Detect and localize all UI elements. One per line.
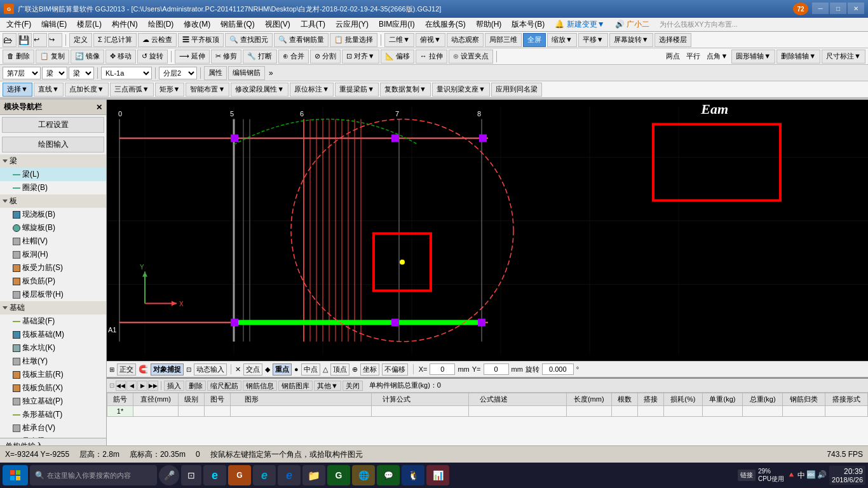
taskbar-app10[interactable]: 📊: [426, 465, 449, 485]
align-top-btn[interactable]: ☰ 平齐板顶: [178, 33, 224, 47]
dim-btn[interactable]: 尺寸标注▼: [822, 50, 865, 64]
menu-guangxiao[interactable]: 🔊 广小二: [610, 18, 654, 31]
nav-item-pit[interactable]: 集水坑(K): [0, 341, 106, 355]
edit-rebar-btn[interactable]: 编辑钢筋: [228, 66, 265, 80]
arc-btn[interactable]: 三点画弧▼: [110, 83, 154, 97]
task-view-btn[interactable]: ⊡: [181, 465, 201, 485]
project-settings-btn[interactable]: 工程设置: [2, 117, 104, 133]
top-view-btn[interactable]: 俯视▼: [416, 33, 445, 47]
taskbar-wechat[interactable]: 💬: [377, 465, 400, 485]
menu-tools[interactable]: 工具(T): [295, 18, 330, 31]
cell-splicetype[interactable]: [825, 406, 868, 417]
nav-item-found-beam[interactable]: 基础梁(F): [0, 315, 106, 328]
floor-select[interactable]: 第7层: [3, 67, 41, 79]
rebar-info-btn[interactable]: 钢筋信息: [243, 381, 277, 391]
taskbar-edge[interactable]: e: [203, 465, 226, 485]
y-input[interactable]: [484, 363, 509, 375]
cell-cat[interactable]: [783, 406, 825, 417]
midpoint-label[interactable]: 重点: [273, 363, 292, 376]
fullscreen-btn[interactable]: 全屏: [523, 33, 546, 47]
nav-item-cast-slab[interactable]: 现浇板(B): [0, 208, 106, 221]
canvas-area[interactable]: 0 5 6 7 8 A1: [107, 100, 868, 361]
rotate-input[interactable]: [542, 363, 574, 375]
point-length-btn[interactable]: 点加长度▼: [65, 83, 109, 97]
menu-component[interactable]: 构件(N): [107, 18, 143, 31]
find-elem-btn[interactable]: 🔍 查找图元: [225, 33, 273, 47]
modify-section-btn[interactable]: 修改梁段属性▼: [231, 83, 288, 97]
menu-view[interactable]: 视图(V): [260, 18, 295, 31]
menu-new-change[interactable]: 🔔 新建变更▼: [550, 18, 609, 31]
nav-item-stress-rebar[interactable]: 板受力筋(S): [0, 261, 106, 274]
menu-version[interactable]: 版本号(B): [506, 18, 550, 31]
property-btn[interactable]: 属性: [204, 66, 227, 80]
nav-item-spiral-slab[interactable]: 螺旋板(B): [0, 221, 106, 234]
coord-label[interactable]: 坐标: [360, 363, 379, 376]
redo-btn[interactable]: ↪: [48, 33, 62, 47]
twopoint-btn[interactable]: 两点: [663, 51, 682, 61]
snap-label[interactable]: 对象捕捉: [151, 363, 184, 376]
cell-grade[interactable]: [179, 406, 205, 417]
del-axis-btn[interactable]: 删除辅轴▼: [776, 50, 820, 64]
menu-bim[interactable]: BIM应用(I): [374, 18, 420, 31]
delete-btn[interactable]: 🗑 删除: [3, 50, 34, 64]
rebar-lib-btn[interactable]: 钢筋图库: [278, 381, 313, 391]
view-rebar-btn[interactable]: 🔍 查看钢筋量: [274, 33, 329, 47]
cell-shapeno[interactable]: [205, 406, 231, 417]
clock[interactable]: 20:39 2018/6/26: [829, 466, 865, 485]
cell-count[interactable]: [611, 406, 637, 417]
copy-btn[interactable]: 📋 复制: [36, 50, 69, 64]
merge-btn[interactable]: ⊕ 合并: [278, 50, 309, 64]
nav-close-icon[interactable]: ✕: [96, 103, 102, 112]
nav-item-raft-main[interactable]: 筏板主筋(R): [0, 368, 106, 381]
nav-group-foundation[interactable]: 基础: [0, 301, 106, 315]
maximize-button[interactable]: □: [830, 3, 846, 14]
new-btn[interactable]: 🗁: [3, 33, 17, 47]
select-tool-btn[interactable]: 选择▼: [3, 83, 32, 97]
cell-len[interactable]: [566, 406, 611, 417]
cell-formula[interactable]: [371, 406, 469, 417]
x-input[interactable]: [430, 363, 455, 375]
zoom-btn[interactable]: 缩放▼: [547, 33, 577, 47]
cell-shape[interactable]: [231, 406, 372, 417]
identify-support-btn[interactable]: 量识别梁支座▼: [432, 83, 490, 97]
nav-item-col-cap[interactable]: 柱帽(V): [0, 234, 106, 248]
close-rebar-btn[interactable]: 关闭: [342, 381, 363, 391]
split-btn[interactable]: ⊘ 分割: [310, 50, 341, 64]
nav-group-beam[interactable]: 梁: [0, 154, 106, 168]
nav-item-slab-hole[interactable]: 板洞(H): [0, 248, 106, 261]
nav-item-floor-strip[interactable]: 楼层板带(H): [0, 288, 106, 301]
rect-btn[interactable]: 矩形▼: [155, 83, 185, 97]
close-button[interactable]: ✕: [848, 3, 864, 14]
rebar-last-btn[interactable]: ▶▶: [148, 381, 158, 391]
2d-btn[interactable]: 二维▼: [384, 33, 414, 47]
cell-unitw[interactable]: [702, 406, 742, 417]
parallel-btn[interactable]: 平行: [684, 51, 703, 61]
rebar-first-btn[interactable]: ◀◀: [116, 381, 126, 391]
center-label[interactable]: 中点: [301, 363, 320, 376]
menu-notice[interactable]: 为什么筏板XY方向布置...: [654, 18, 743, 30]
taskbar-green[interactable]: G: [327, 465, 350, 485]
data-copy-btn[interactable]: 复数据复制▼: [380, 83, 431, 97]
menu-rebar[interactable]: 钢筋量(Q): [215, 18, 259, 31]
rebar-next-btn[interactable]: ▶: [137, 381, 147, 391]
orthogonal-label[interactable]: 正交: [117, 363, 136, 376]
inline-note-btn[interactable]: 原位标注▼: [290, 83, 334, 97]
menu-cloud[interactable]: 云应用(Y): [330, 18, 374, 31]
taskbar-ggj[interactable]: G: [228, 465, 251, 485]
other-rebar-btn[interactable]: 其他▼: [314, 381, 341, 391]
scale-rebar-btn[interactable]: 缩尺配筋: [207, 381, 241, 391]
menu-modify[interactable]: 修改(M): [179, 18, 215, 31]
grip-btn[interactable]: ⊙ 设置夹点: [449, 50, 493, 64]
menu-online[interactable]: 在线服务(S): [420, 18, 471, 31]
nav-item-neg-rebar[interactable]: 板负筋(P): [0, 274, 106, 288]
cell-id[interactable]: 1*: [107, 406, 133, 417]
select-floor-btn[interactable]: 选择楼层: [654, 33, 691, 47]
cell-splice[interactable]: [637, 406, 663, 417]
rebar-prev-btn[interactable]: ◀: [126, 381, 137, 391]
relist-btn[interactable]: 重提梁筋▼: [335, 83, 379, 97]
nav-item-pile-cap[interactable]: 桩承台(V): [0, 421, 106, 435]
apply-same-btn[interactable]: 应用到同名梁: [491, 83, 542, 97]
beam-select[interactable]: 梁: [69, 67, 94, 79]
break-btn[interactable]: 🔧 打断: [243, 50, 276, 64]
nav-item-beam-l[interactable]: 梁(L): [0, 168, 106, 181]
